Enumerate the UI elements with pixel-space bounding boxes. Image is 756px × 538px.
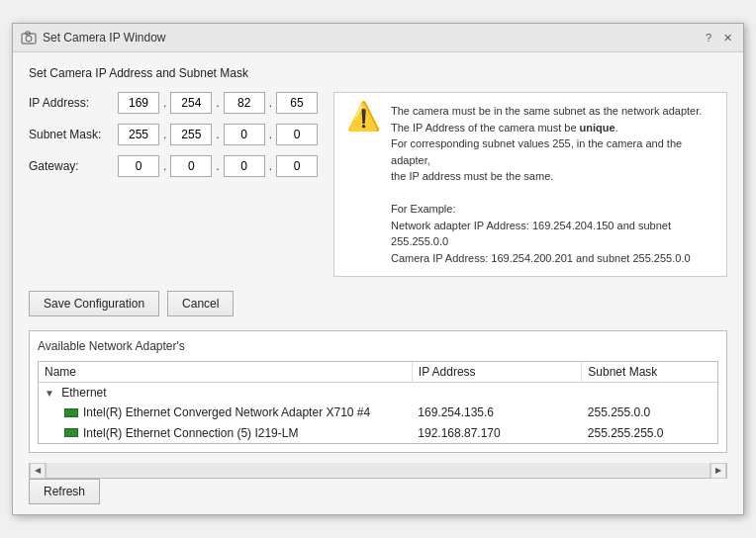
warning-line3: For corresponding subnet values 255, in … [391,137,682,166]
help-button[interactable]: ? [703,32,714,44]
title-bar-left: Set Camera IP Window [21,30,166,45]
ip-field-2[interactable] [170,92,212,114]
network-section: Available Network Adapter's Name IP Addr… [29,330,727,453]
cancel-button[interactable]: Cancel [167,291,234,316]
col-subnet: Subnet Mask [582,362,717,383]
subnet-field-3[interactable] [224,124,265,145]
ethernet-group-row: ▼ Ethernet [39,383,717,404]
warning-text: The camera must be in the same subnet as… [391,103,714,266]
col-ip: IP Address [412,362,582,383]
ip-field-3[interactable] [224,92,265,114]
warning-line1: The camera must be in the same subnet as… [391,105,702,117]
subnet-dot-1: . [163,128,166,141]
main-window: Set Camera IP Window ? ✕ Set Camera IP A… [12,23,744,515]
gateway-fields: . . . [118,155,318,177]
warning-example-camera: Camera IP Address: 169.254.200.201 and s… [391,252,691,264]
subnet-field-4[interactable] [276,124,318,145]
subnet-label: Subnet Mask: [29,128,118,141]
table-wrapper: Name IP Address Subnet Mask ▼ Ethernet [38,361,718,444]
gateway-field-4[interactable] [276,155,318,177]
network-table: Name IP Address Subnet Mask ▼ Ethernet [39,362,717,443]
table-row: Intel(R) Ethernet Converged Network Adap… [39,403,717,423]
form-section-title: Set Camera IP Address and Subnet Mask [29,66,727,80]
window-body: Set Camera IP Address and Subnet Mask IP… [13,52,743,514]
gateway-field-1[interactable] [118,155,159,177]
gateway-field-3[interactable] [224,155,265,177]
ip-field-1[interactable] [118,92,159,114]
adapter-ip-1: 169.254.135.6 [412,403,582,423]
scroll-track[interactable] [46,463,710,478]
subnet-fields: . . . [118,124,318,145]
save-button[interactable]: Save Configuration [29,291,159,316]
ip-row: IP Address: . . . [29,92,318,114]
warning-box: ⚠️ The camera must be in the same subnet… [333,92,727,277]
warning-line2: The IP Address of the camera must be uni… [391,122,618,134]
adapter-subnet-1: 255.255.0.0 [582,403,717,423]
gateway-dot-2: . [216,159,219,173]
ip-fields: . . . [118,92,318,114]
gateway-field-2[interactable] [170,155,212,177]
subnet-field-2[interactable] [170,124,212,145]
scroll-left-arrow[interactable]: ◀ [30,463,46,479]
ip-field-4[interactable] [276,92,318,114]
header-row: Name IP Address Subnet Mask [39,362,717,383]
col-name: Name [39,362,412,383]
ip-dot-2: . [216,96,219,110]
gateway-label: Gateway: [29,159,118,173]
refresh-button[interactable]: Refresh [29,479,100,504]
ip-dot-1: . [163,96,166,110]
network-flag-icon-1 [64,408,78,417]
network-flag-icon-2 [64,428,78,437]
top-section: IP Address: . . . Subnet Mask: [29,92,727,277]
subnet-field-1[interactable] [118,124,159,145]
gateway-dot-3: . [269,159,272,173]
close-button[interactable]: ✕ [720,32,735,45]
svg-point-1 [26,36,32,42]
chevron-down-icon[interactable]: ▼ [45,388,54,399]
table-header: Name IP Address Subnet Mask [39,362,717,383]
footer-row: Refresh [29,479,727,504]
horizontal-scrollbar[interactable]: ◀ ▶ [29,463,727,479]
ip-dot-3: . [269,96,272,110]
ethernet-group-label: ▼ Ethernet [39,383,717,404]
title-bar-controls: ? ✕ [703,32,735,45]
window-title: Set Camera IP Window [43,31,166,45]
scroll-right-arrow[interactable]: ▶ [710,463,726,479]
buttons-row: Save Configuration Cancel [29,291,727,316]
adapter-name-2: Intel(R) Ethernet Connection (5) I219-LM [39,423,412,444]
warning-icon: ⚠️ [346,103,381,266]
table-row: Intel(R) Ethernet Connection (5) I219-LM… [39,423,717,444]
adapter-name-1: Intel(R) Ethernet Converged Network Adap… [39,403,412,423]
ip-label: IP Address: [29,96,118,110]
adapter-subnet-2: 255.255.255.0 [582,423,717,444]
adapter-ip-2: 192.168.87.170 [412,423,582,444]
warning-example-title: For Example: [391,203,455,215]
title-bar: Set Camera IP Window ? ✕ [13,24,743,52]
subnet-dot-3: . [269,128,272,141]
table-body: ▼ Ethernet Intel(R) Ethernet Converged N… [39,383,717,444]
subnet-dot-2: . [216,128,219,141]
gateway-dot-1: . [163,159,166,173]
network-section-title: Available Network Adapter's [38,339,718,353]
gateway-row: Gateway: . . . [29,155,318,177]
form-area: IP Address: . . . Subnet Mask: [29,92,318,277]
warning-example-adapter: Network adapter IP Address: 169.254.204.… [391,220,671,248]
warning-line4: the IP address must be the same. [391,170,553,182]
subnet-row: Subnet Mask: . . . [29,124,318,145]
camera-icon [21,30,37,45]
